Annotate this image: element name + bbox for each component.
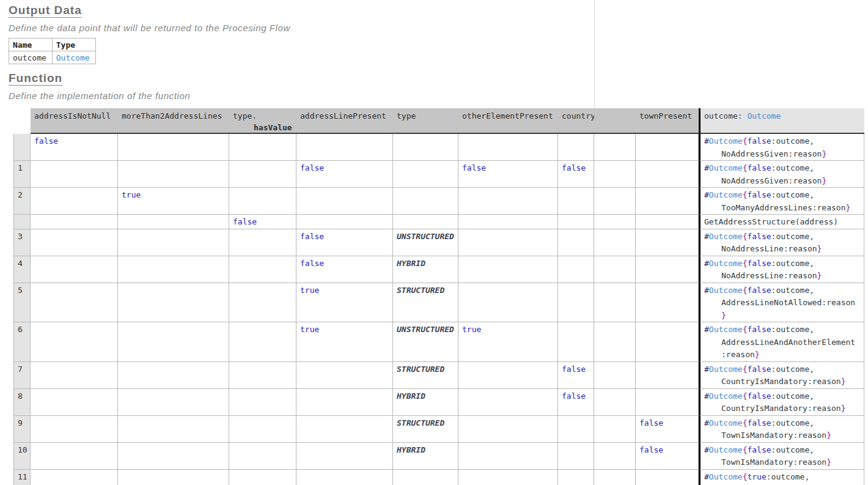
condition-cell-townPresent[interactable] bbox=[636, 134, 699, 161]
condition-cell-otherElementPresent[interactable] bbox=[458, 443, 558, 470]
condition-cell-spare[interactable] bbox=[594, 416, 636, 443]
condition-cell-addressLinePresent[interactable] bbox=[296, 389, 393, 416]
condition-cell-otherElementPresent[interactable] bbox=[458, 416, 558, 443]
result-column-header[interactable]: outcome: Outcome bbox=[699, 108, 864, 134]
condition-cell-typeHasValue[interactable] bbox=[229, 188, 296, 215]
condition-cell-otherElementPresent[interactable] bbox=[458, 470, 558, 485]
condition-cell-addressIsNotNull[interactable]: false bbox=[31, 134, 118, 161]
column-header-otherElementPresent[interactable]: otherElementPresent bbox=[458, 108, 558, 134]
condition-cell-moreThan2AddressLines[interactable] bbox=[118, 322, 229, 362]
column-header-moreThan2AddressLines[interactable]: moreThan2AddressLines bbox=[118, 108, 229, 134]
condition-cell-moreThan2AddressLines[interactable]: true bbox=[118, 188, 229, 215]
condition-cell-otherElementPresent[interactable]: true bbox=[458, 322, 558, 362]
condition-cell-moreThan2AddressLines[interactable] bbox=[118, 362, 229, 389]
condition-cell-type[interactable] bbox=[393, 161, 458, 188]
condition-cell-typeHasValue[interactable] bbox=[229, 134, 296, 161]
condition-cell-countryPresent[interactable] bbox=[558, 416, 594, 443]
condition-cell-townPresent[interactable] bbox=[636, 389, 699, 416]
condition-cell-otherElementPresent[interactable] bbox=[458, 134, 558, 161]
condition-cell-addressIsNotNull[interactable] bbox=[31, 322, 118, 362]
condition-cell-type[interactable]: UNSTRUCTURED bbox=[393, 322, 458, 362]
condition-cell-addressIsNotNull[interactable] bbox=[31, 283, 118, 323]
condition-cell-typeHasValue[interactable] bbox=[229, 283, 296, 323]
condition-cell-countryPresent[interactable] bbox=[558, 229, 594, 256]
column-header-countryPresent[interactable]: countryPresent bbox=[558, 108, 594, 134]
output-data-heading[interactable]: Output Data bbox=[9, 4, 82, 17]
condition-cell-addressLinePresent[interactable]: false bbox=[296, 229, 393, 256]
condition-cell-typeHasValue[interactable] bbox=[229, 161, 296, 188]
condition-cell-otherElementPresent[interactable] bbox=[458, 283, 558, 323]
column-header-addressLinePresent[interactable]: addressLinePresent bbox=[296, 108, 393, 134]
condition-cell-countryPresent[interactable] bbox=[558, 215, 594, 229]
condition-cell-countryPresent[interactable] bbox=[558, 134, 594, 161]
condition-cell-countryPresent[interactable]: false bbox=[558, 362, 594, 389]
column-header-townPresent[interactable]: townPresent bbox=[636, 108, 699, 134]
condition-cell-addressIsNotNull[interactable] bbox=[31, 256, 118, 283]
condition-cell-addressIsNotNull[interactable] bbox=[31, 470, 118, 485]
condition-cell-countryPresent[interactable]: false bbox=[558, 389, 594, 416]
condition-cell-typeHasValue[interactable] bbox=[229, 443, 296, 470]
condition-cell-spare[interactable] bbox=[594, 362, 636, 389]
condition-cell-addressLinePresent[interactable] bbox=[296, 443, 393, 470]
condition-cell-type[interactable] bbox=[393, 188, 458, 215]
result-cell[interactable]: #Outcome{false:outcome,NoAddressGiven:re… bbox=[699, 161, 864, 188]
condition-cell-moreThan2AddressLines[interactable] bbox=[118, 161, 229, 188]
condition-cell-spare[interactable] bbox=[594, 161, 636, 188]
condition-cell-countryPresent[interactable] bbox=[558, 443, 594, 470]
function-heading[interactable]: Function bbox=[9, 72, 62, 85]
condition-cell-otherElementPresent[interactable] bbox=[458, 362, 558, 389]
condition-cell-townPresent[interactable] bbox=[636, 188, 699, 215]
condition-cell-type[interactable] bbox=[393, 215, 458, 229]
condition-cell-type[interactable]: HYBRID bbox=[393, 256, 458, 283]
condition-cell-addressLinePresent[interactable] bbox=[296, 470, 393, 485]
condition-cell-addressIsNotNull[interactable] bbox=[31, 389, 118, 416]
condition-cell-addressLinePresent[interactable] bbox=[296, 134, 393, 161]
condition-cell-moreThan2AddressLines[interactable] bbox=[118, 443, 229, 470]
condition-cell-countryPresent[interactable] bbox=[558, 470, 594, 485]
condition-cell-spare[interactable] bbox=[594, 256, 636, 283]
result-cell[interactable]: #Outcome{false:outcome,NoAddressLine:rea… bbox=[699, 256, 864, 283]
condition-cell-typeHasValue[interactable] bbox=[229, 470, 296, 485]
condition-cell-otherElementPresent[interactable] bbox=[458, 389, 558, 416]
condition-cell-typeHasValue[interactable] bbox=[229, 229, 296, 256]
condition-cell-townPresent[interactable] bbox=[636, 470, 699, 485]
condition-cell-townPresent[interactable] bbox=[636, 215, 699, 229]
condition-cell-addressLinePresent[interactable] bbox=[296, 215, 393, 229]
result-cell[interactable]: #Outcome{false:outcome,TownIsMandatory:r… bbox=[699, 416, 864, 443]
condition-cell-countryPresent[interactable] bbox=[558, 256, 594, 283]
result-cell[interactable]: #Outcome{true:outcome,ValidAddress:reaso… bbox=[699, 470, 864, 485]
condition-cell-typeHasValue[interactable] bbox=[229, 322, 296, 362]
condition-cell-typeHasValue[interactable] bbox=[229, 362, 296, 389]
condition-cell-addressLinePresent[interactable]: true bbox=[296, 283, 393, 323]
condition-cell-addressLinePresent[interactable]: true bbox=[296, 322, 393, 362]
condition-cell-otherElementPresent[interactable]: false bbox=[458, 161, 558, 188]
result-cell[interactable]: #Outcome{false:outcome,AddressLineNotAll… bbox=[699, 283, 864, 323]
condition-cell-townPresent[interactable] bbox=[636, 322, 699, 362]
result-cell[interactable]: #Outcome{false:outcome,NoAddressLine:rea… bbox=[699, 229, 864, 256]
condition-cell-countryPresent[interactable] bbox=[558, 283, 594, 323]
condition-cell-spare[interactable] bbox=[594, 215, 636, 229]
condition-cell-type[interactable]: STRUCTURED bbox=[393, 283, 458, 323]
result-cell[interactable]: #Outcome{false:outcome,CountryIsMandator… bbox=[699, 362, 864, 389]
result-cell[interactable]: #Outcome{false:outcome,CountryIsMandator… bbox=[699, 389, 864, 416]
condition-cell-spare[interactable] bbox=[594, 389, 636, 416]
condition-cell-townPresent[interactable]: false bbox=[636, 443, 699, 470]
condition-cell-otherElementPresent[interactable] bbox=[458, 256, 558, 283]
condition-cell-countryPresent[interactable] bbox=[558, 322, 594, 362]
condition-cell-moreThan2AddressLines[interactable] bbox=[118, 256, 229, 283]
condition-cell-addressIsNotNull[interactable] bbox=[31, 161, 118, 188]
condition-cell-addressIsNotNull[interactable] bbox=[31, 416, 118, 443]
condition-cell-addressLinePresent[interactable]: false bbox=[296, 161, 393, 188]
condition-cell-townPresent[interactable] bbox=[636, 161, 699, 188]
condition-cell-moreThan2AddressLines[interactable] bbox=[118, 229, 229, 256]
condition-cell-countryPresent[interactable] bbox=[558, 188, 594, 215]
condition-cell-moreThan2AddressLines[interactable] bbox=[118, 389, 229, 416]
condition-cell-moreThan2AddressLines[interactable] bbox=[118, 283, 229, 323]
output-type-link[interactable]: Outcome bbox=[52, 51, 95, 64]
column-header-type[interactable]: type bbox=[393, 108, 458, 134]
condition-cell-addressLinePresent[interactable] bbox=[296, 416, 393, 443]
condition-cell-typeHasValue[interactable] bbox=[229, 256, 296, 283]
condition-cell-townPresent[interactable]: false bbox=[636, 416, 699, 443]
condition-cell-addressLinePresent[interactable] bbox=[296, 362, 393, 389]
column-header-spare[interactable] bbox=[594, 108, 636, 134]
